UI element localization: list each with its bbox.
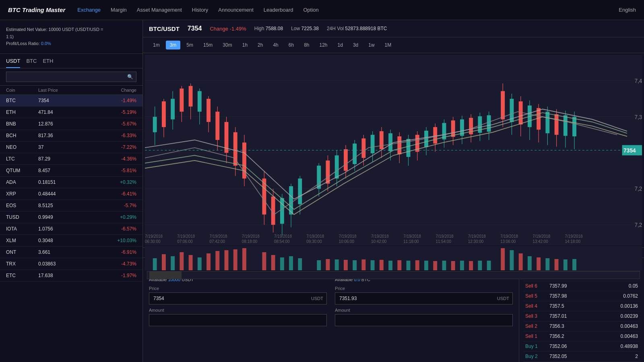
- coin-row-eos[interactable]: EOS 8.5125 -5.7%: [0, 200, 142, 212]
- buy-amount-input[interactable]: [149, 315, 326, 326]
- coin-row-tusd[interactable]: TUSD 0.9949 +0.29%: [0, 212, 142, 223]
- coin-row-qtum[interactable]: QTUM 8.457 -5.81%: [0, 165, 142, 177]
- svg-rect-30: [233, 132, 237, 166]
- coin-row-iota[interactable]: IOTA 1.0756 -6.57%: [0, 223, 142, 235]
- time-btn-8h[interactable]: 8h: [300, 41, 313, 49]
- coin-row-ada[interactable]: ADA 0.18151 +0.32%: [0, 177, 142, 188]
- coin-change: -4.36%: [104, 156, 136, 162]
- coin-name: BTC: [6, 98, 38, 103]
- svg-rect-134: [162, 254, 166, 270]
- coin-change: +0.29%: [104, 214, 136, 220]
- tab-usdt[interactable]: USDT: [6, 58, 20, 68]
- tab-eth[interactable]: ETH: [43, 58, 53, 68]
- coin-price: 17.638: [38, 273, 104, 278]
- sell-price-input[interactable]: [335, 293, 494, 304]
- net-value-line2: 1:1): [6, 33, 136, 41]
- svg-rect-135: [171, 256, 175, 270]
- svg-rect-146: [280, 257, 284, 270]
- svg-text:7/19/2018: 7/19/2018: [371, 234, 389, 239]
- time-btn-1d[interactable]: 1d: [334, 41, 347, 49]
- svg-rect-176: [564, 259, 568, 270]
- time-selector: 1m 3m 5m 15m 30m 1h 2h 4h 6h 8h 12h 1d 3…: [143, 37, 644, 53]
- coin-row-ont[interactable]: ONT 3.661 -6.91%: [0, 247, 142, 258]
- tab-btc[interactable]: BTC: [26, 58, 37, 68]
- chart-container: 7,410 7,380 7,320 7,290 7,260: [143, 53, 644, 247]
- svg-text:14:18:00: 14:18:00: [565, 239, 581, 243]
- svg-rect-177: [572, 259, 576, 270]
- nav-margin[interactable]: Margin: [111, 7, 127, 13]
- svg-text:7/19/2018: 7/19/2018: [274, 234, 292, 239]
- coin-price: 37: [38, 144, 104, 150]
- coin-tabs: USDT BTC ETH: [0, 54, 142, 68]
- buy-price-input[interactable]: [149, 293, 308, 304]
- time-btn-12h[interactable]: 12h: [316, 41, 332, 49]
- time-btn-1M[interactable]: 1M: [381, 41, 396, 49]
- svg-rect-82: [487, 115, 491, 132]
- nav-links: Exchange Margin Asset Management History…: [77, 7, 619, 13]
- volume-chart: [145, 246, 642, 270]
- coin-row-xlm[interactable]: XLM 0.3048 +10.03%: [0, 235, 142, 247]
- time-btn-3d[interactable]: 3d: [349, 41, 362, 49]
- coin-row-neo[interactable]: NEO 37 -7.22%: [0, 142, 142, 153]
- time-btn-1w[interactable]: 1w: [364, 41, 378, 49]
- price-change: Change -1.49%: [210, 26, 246, 32]
- svg-rect-173: [537, 257, 541, 270]
- svg-text:12:30:00: 12:30:00: [468, 239, 484, 243]
- time-btn-5m[interactable]: 5m: [182, 41, 197, 49]
- svg-rect-142: [233, 249, 237, 270]
- search-input[interactable]: [6, 72, 136, 82]
- order-form: Available 10000 USDT Price USDT Amount: [149, 277, 513, 329]
- svg-text:7/19/2018: 7/19/2018: [436, 234, 453, 239]
- order-book-row: Sell 5 7357.98 0.0762: [523, 291, 640, 301]
- coin-change: -6.57%: [104, 226, 136, 232]
- coin-row-btc[interactable]: BTC 7354 -1.49%: [0, 95, 142, 107]
- svg-rect-46: [326, 160, 330, 184]
- time-btn-4h[interactable]: 4h: [269, 41, 282, 49]
- coin-row-trx[interactable]: TRX 0.03863 -4.73%: [0, 258, 142, 270]
- coin-row-bch[interactable]: BCH 817.36 -6.33%: [0, 130, 142, 142]
- coin-row-ltc[interactable]: LTC 87.29 -4.36%: [0, 153, 142, 165]
- nav-option[interactable]: Option: [303, 7, 318, 13]
- svg-text:08:18:00: 08:18:00: [242, 239, 258, 243]
- svg-rect-150: [326, 259, 330, 270]
- svg-text:07:06:00: 07:06:00: [177, 239, 193, 243]
- main-layout: Estimated Net Value: 10000 USDT (USDT/US…: [0, 20, 644, 362]
- time-btn-30m[interactable]: 30m: [219, 41, 236, 49]
- nav-history[interactable]: History: [192, 7, 208, 13]
- svg-rect-163: [442, 261, 446, 270]
- svg-rect-165: [460, 261, 464, 270]
- chart-scrollbar[interactable]: [147, 271, 640, 279]
- coin-row-etc[interactable]: ETC 17.638 -1.97%: [0, 270, 142, 282]
- time-btn-1h[interactable]: 1h: [238, 41, 252, 49]
- time-btn-3m[interactable]: 3m: [166, 41, 181, 49]
- svg-text:7/19/2018: 7/19/2018: [210, 234, 227, 239]
- svg-rect-158: [397, 260, 401, 270]
- time-btn-15m[interactable]: 15m: [199, 41, 217, 49]
- svg-rect-20: [189, 86, 193, 107]
- low-stat: Low 7225.38: [291, 26, 319, 31]
- sell-amount-input[interactable]: [335, 315, 512, 326]
- svg-text:7/19/2018: 7/19/2018: [533, 234, 550, 239]
- nav-announcement[interactable]: Announcement: [218, 7, 253, 13]
- nav-leaderboard[interactable]: Leaderboard: [264, 7, 293, 13]
- coin-name: TRX: [6, 261, 38, 267]
- coin-price: 1.0756: [38, 226, 104, 232]
- nav-asset-management[interactable]: Asset Management: [137, 7, 182, 13]
- coin-price: 8.457: [38, 168, 104, 173]
- svg-rect-149: [317, 260, 321, 270]
- time-btn-1m[interactable]: 1m: [149, 41, 164, 49]
- ob-sell5-label: Sell 5: [525, 293, 549, 299]
- coin-row-xrp[interactable]: XRP 0.48444 -6.41%: [0, 188, 142, 200]
- svg-rect-54: [361, 138, 365, 158]
- svg-text:10:06:00: 10:06:00: [339, 239, 355, 243]
- svg-text:7/19/2018: 7/19/2018: [306, 234, 324, 239]
- time-btn-6h[interactable]: 6h: [285, 41, 298, 49]
- language-selector[interactable]: English: [619, 7, 636, 13]
- svg-rect-155: [371, 260, 375, 270]
- nav-exchange[interactable]: Exchange: [77, 7, 101, 13]
- time-btn-2h[interactable]: 2h: [254, 41, 267, 49]
- svg-text:7,290: 7,290: [634, 185, 642, 192]
- coin-row-bnb[interactable]: BNB 12.876 -5.67%: [0, 118, 142, 130]
- content-area: BTC/USDT 7354 Change -1.49% High 7588.08…: [143, 20, 644, 362]
- coin-row-eth[interactable]: ETH 471.84 -5.19%: [0, 107, 142, 118]
